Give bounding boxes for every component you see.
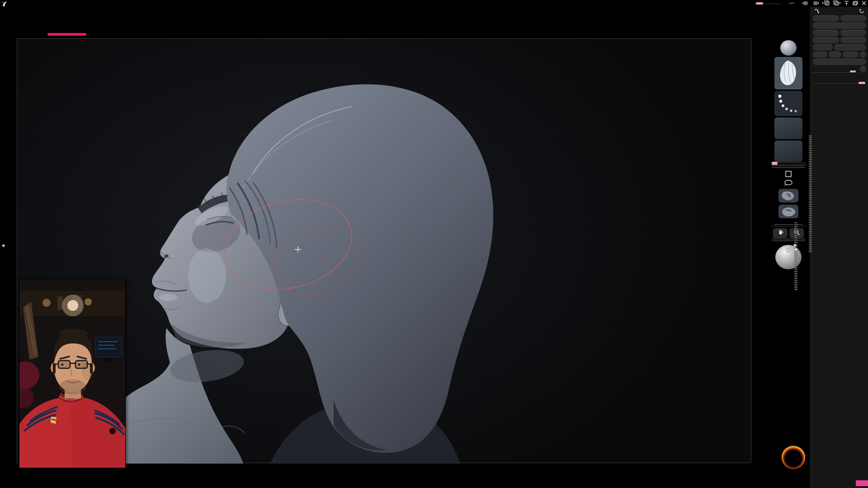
export-tool-button[interactable]	[840, 37, 867, 43]
clone-tool-button[interactable]	[813, 44, 833, 51]
insert-button[interactable]	[772, 167, 805, 168]
midvalue-slider[interactable]	[771, 164, 806, 164]
custom-quick-rail	[768, 39, 809, 488]
tool-palette	[810, 7, 868, 488]
tool-slider-r-button[interactable]	[860, 66, 866, 72]
copy-tool-button[interactable]	[813, 30, 839, 36]
tray-collapse-right-icon[interactable]	[812, 1, 819, 5]
eclipse-logo-icon	[782, 446, 805, 469]
project-all-button[interactable]	[772, 240, 805, 241]
zbrush-window: ▶◀ ◀	[0, 0, 868, 488]
hide-ui-icon[interactable]	[844, 1, 849, 5]
see-through-slider[interactable]	[755, 2, 785, 4]
paste-tool-button[interactable]	[840, 30, 867, 36]
reset-tool-icon[interactable]	[859, 8, 865, 14]
load-tool-button[interactable]	[813, 15, 839, 22]
webcam-video	[19, 279, 125, 468]
export-button[interactable]	[772, 239, 805, 239]
goz-r-button[interactable]	[860, 52, 866, 58]
title-bar	[0, 0, 868, 7]
studio-logo	[744, 452, 797, 463]
watermark-highlight	[856, 480, 868, 486]
append-button[interactable]	[772, 165, 805, 166]
select-rect-icon[interactable]	[784, 170, 793, 178]
import-tool-button[interactable]	[813, 37, 839, 43]
load-tools-from-project-button[interactable]	[813, 23, 866, 29]
masklasso-thumbnail[interactable]	[778, 205, 798, 218]
texture-slot[interactable]	[774, 141, 802, 162]
rail-scrollbar[interactable]	[794, 222, 797, 290]
make-polymesh3d-button[interactable]	[834, 44, 866, 51]
left-tray-expand-arrow[interactable]: ◀	[1, 243, 5, 248]
tray-collapse-left-icon[interactable]	[802, 1, 809, 5]
current-material-preview[interactable]	[775, 245, 802, 269]
select-lasso-icon[interactable]	[783, 180, 793, 187]
visible-count-slider[interactable]	[813, 77, 866, 84]
panel-shift-right-icon[interactable]	[833, 0, 840, 5]
tool-hammer-icon	[814, 8, 820, 14]
menus-toggle-button[interactable]	[789, 3, 794, 4]
scroll-tool-button[interactable]	[773, 228, 788, 238]
activity-progress-bar	[47, 33, 86, 36]
active-tool-slider[interactable]	[813, 66, 859, 73]
sculpt-viewport[interactable]	[17, 38, 751, 463]
clone-button[interactable]	[774, 224, 794, 225]
zbrush-logo-icon	[2, 1, 8, 7]
maskpen-thumbnail[interactable]	[778, 189, 798, 202]
restore-window-icon[interactable]	[853, 1, 858, 5]
alpha-slot[interactable]	[774, 117, 802, 139]
save-as-button[interactable]	[840, 15, 867, 22]
bpr-render-button[interactable]	[780, 40, 797, 56]
stroke-thumbnail[interactable]	[774, 91, 802, 116]
close-window-icon[interactable]	[862, 1, 866, 5]
panel-shift-left-icon[interactable]	[822, 0, 830, 5]
see-through-handle[interactable]	[756, 2, 763, 5]
goz-all-button[interactable]	[829, 52, 841, 58]
goz-button[interactable]	[813, 52, 827, 58]
tray-scrollbar[interactable]	[809, 136, 812, 253]
sculpted-head-model	[17, 39, 752, 464]
split-screen-slider[interactable]	[771, 226, 806, 226]
webcam-overlay	[19, 279, 125, 468]
lightbox-tools-button[interactable]	[813, 59, 866, 65]
menu-bar	[0, 7, 868, 14]
rail-scroll-arrows[interactable]: ▶◀	[794, 243, 797, 251]
brush-thumbnail[interactable]	[774, 57, 802, 89]
goz-visible-button[interactable]	[843, 52, 859, 58]
